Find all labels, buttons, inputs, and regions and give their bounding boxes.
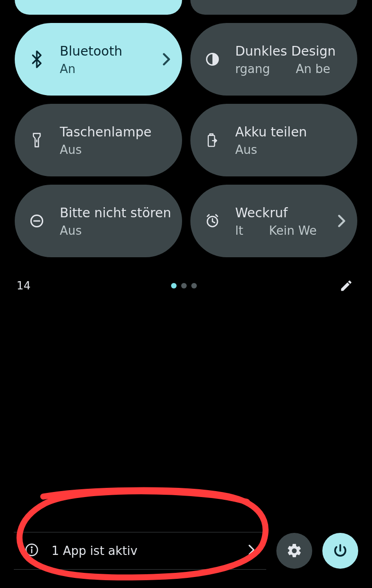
page-dot-2: [191, 283, 197, 288]
power-icon: [332, 543, 348, 559]
page-indicator: [171, 283, 197, 288]
qs-tile-row0-right[interactable]: [190, 0, 358, 15]
qs-tile-row0-left[interactable]: [15, 0, 182, 15]
qs-tile-battery-share[interactable]: Akku teilen Aus: [190, 104, 358, 176]
qs-tile-bluetooth[interactable]: Bluetooth An: [15, 23, 182, 96]
qs-tile-text: Weckruf lt Kein We: [235, 205, 336, 237]
dnd-icon: [27, 211, 47, 231]
qs-tile-title: Akku teilen: [235, 124, 349, 140]
qs-tile-sub: An: [60, 62, 160, 76]
battery-percent[interactable]: 14: [17, 279, 31, 292]
qs-tile-title: Taschenlampe: [60, 124, 173, 140]
active-apps-button[interactable]: 1 App ist aktiv: [14, 532, 266, 570]
active-apps-label: 1 App ist aktiv: [52, 544, 248, 558]
qs-footer: 14: [15, 277, 357, 295]
qs-tile-text: Bluetooth An: [60, 43, 160, 76]
qs-tile-title: Dunkles Design: [235, 43, 349, 59]
qs-tile-sub: lt Kein We: [235, 224, 336, 237]
info-icon: [25, 543, 39, 559]
page-dot-1: [181, 283, 187, 288]
qs-tile-sub: rgang An be: [235, 62, 349, 76]
chevron-right-icon[interactable]: [335, 215, 348, 227]
qs-tile-title: Bitte nicht stören: [60, 205, 173, 221]
qs-grid: Bluetooth An Dunkles Design rgang An be: [15, 0, 357, 257]
qs-tile-dnd[interactable]: Bitte nicht stören Aus: [15, 185, 182, 257]
qs-tile-alarm[interactable]: Weckruf lt Kein We: [190, 185, 358, 257]
svg-point-9: [31, 547, 32, 548]
qs-tile-sub: Aus: [60, 224, 173, 237]
gear-icon: [286, 543, 303, 559]
qs-tile-flashlight[interactable]: Taschenlampe Aus: [15, 104, 182, 176]
settings-button[interactable]: [276, 533, 312, 569]
qs-tile-sub: Aus: [235, 143, 349, 157]
bluetooth-icon: [27, 49, 47, 69]
qs-tile-text: Akku teilen Aus: [235, 124, 349, 157]
qs-tile-title: Bluetooth: [60, 43, 160, 59]
qs-tile-sub: Aus: [60, 143, 173, 157]
flashlight-icon: [27, 130, 47, 150]
qs-tile-text: Dunkles Design rgang An be: [235, 43, 349, 76]
edit-tiles-button[interactable]: [337, 277, 355, 295]
battery-share-icon: [202, 130, 223, 150]
qs-tile-dark-theme[interactable]: Dunkles Design rgang An be: [190, 23, 358, 96]
qs-tile-text: Bitte nicht stören Aus: [60, 205, 173, 237]
power-button[interactable]: [322, 533, 358, 569]
quicksettings-bottom-bar: 1 App ist aktiv: [0, 532, 372, 570]
contrast-icon: [202, 49, 223, 69]
chevron-right-icon[interactable]: [160, 53, 173, 66]
svg-rect-3: [210, 134, 213, 135]
alarm-icon: [202, 211, 223, 231]
page-dot-0: [171, 283, 177, 288]
quicksettings-panel: Bluetooth An Dunkles Design rgang An be: [0, 0, 372, 295]
qs-tile-title: Weckruf: [235, 205, 336, 221]
chevron-right-icon: [248, 544, 255, 557]
qs-tile-text: Taschenlampe Aus: [60, 124, 173, 157]
